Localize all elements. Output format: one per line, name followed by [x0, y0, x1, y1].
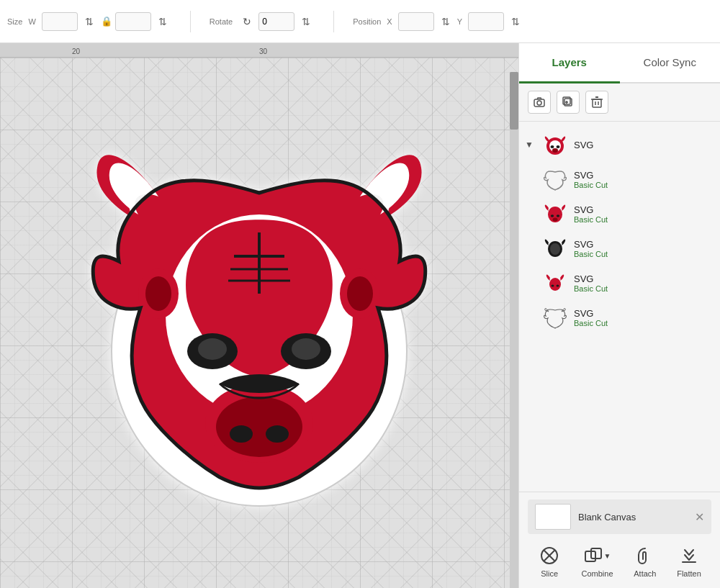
- layer-subname-2: Basic Cut: [574, 215, 711, 224]
- rotate-icon[interactable]: ↻: [238, 13, 256, 30]
- canvas-grid[interactable]: [0, 58, 518, 588]
- rotate-group: Rotate ↻ ⇅: [210, 12, 315, 31]
- x-input[interactable]: [398, 12, 434, 31]
- svg-point-19: [537, 101, 541, 105]
- layer-subname-3: Basic Cut: [574, 250, 711, 258]
- flatten-button[interactable]: Flatten: [672, 541, 706, 581]
- combine-icon: ▼: [586, 544, 609, 567]
- svg-point-39: [550, 243, 560, 255]
- layer-subname-1: Basic Cut: [574, 181, 711, 189]
- blank-canvas-close-button[interactable]: ✕: [695, 510, 704, 524]
- right-panel: Layers Color Sync: [518, 43, 720, 588]
- lock-icon: 🔒: [101, 16, 112, 27]
- layer-thumb-top: [542, 132, 568, 158]
- panel-tabs: Layers Color Sync: [519, 43, 720, 83]
- layer-thumb-5: [542, 304, 568, 330]
- blank-canvas-row[interactable]: Blank Canvas ✕: [528, 499, 711, 534]
- canvas-area[interactable]: 20 30: [0, 43, 518, 588]
- combine-arrow: ▼: [604, 552, 611, 560]
- combine-label: Combine: [581, 569, 613, 578]
- svg-point-36: [557, 214, 559, 217]
- scrollbar-thumb[interactable]: [510, 72, 518, 130]
- svg-point-31: [551, 145, 554, 148]
- layers-list: ▼ SVG: [519, 122, 720, 492]
- w-label: W: [28, 17, 35, 26]
- x-label: X: [387, 17, 392, 26]
- layer-item-top[interactable]: ▼ SVG: [519, 127, 720, 162]
- vertical-scrollbar[interactable]: [510, 72, 518, 588]
- rotate-input[interactable]: [258, 12, 294, 31]
- svg-point-5: [266, 425, 289, 443]
- slice-button[interactable]: Slice: [534, 541, 565, 581]
- layer-item-3[interactable]: SVG Basic Cut: [519, 231, 720, 266]
- svg-point-37: [553, 218, 558, 222]
- svg-point-42: [557, 285, 559, 287]
- layer-name-5: SVG: [574, 308, 711, 319]
- x-stepper[interactable]: ⇅: [437, 13, 454, 30]
- layer-thumb-4: [542, 270, 568, 296]
- layer-name-1: SVG: [574, 170, 711, 181]
- tab-color-sync[interactable]: Color Sync: [620, 43, 721, 83]
- slice-label: Slice: [541, 569, 558, 578]
- y-stepper[interactable]: ⇅: [507, 13, 524, 30]
- ruler-mark-30: 30: [259, 48, 267, 55]
- layer-item-5[interactable]: SVG Basic Cut: [519, 300, 720, 335]
- bottom-actions: Slice ▼ Combine: [528, 541, 711, 581]
- height-stepper2[interactable]: ⇅: [154, 13, 171, 30]
- width-input[interactable]: [42, 12, 78, 31]
- attach-button[interactable]: Attach: [629, 541, 661, 581]
- blank-canvas-label: Blank Canvas: [578, 512, 688, 523]
- height-input[interactable]: [115, 12, 151, 31]
- size-group: Size W ⇅ 🔒 ⇅: [7, 12, 171, 31]
- ruler-horizontal: 20 30: [0, 43, 518, 58]
- blank-canvas-thumb: [535, 504, 571, 530]
- size-label: Size: [7, 17, 22, 26]
- svg-point-11: [198, 338, 227, 360]
- ruler-mark-20: 20: [72, 48, 80, 55]
- attach-label: Attach: [634, 569, 656, 578]
- layer-item-2[interactable]: SVG Basic Cut: [519, 196, 720, 231]
- delete-layer-button[interactable]: [585, 91, 608, 114]
- flatten-label: Flatten: [677, 569, 701, 578]
- svg-point-35: [551, 214, 554, 217]
- layer-name-top: SVG: [574, 140, 711, 150]
- layer-subname-5: Basic Cut: [574, 319, 711, 327]
- bottom-panel: Blank Canvas ✕ Slice: [519, 492, 720, 588]
- svg-rect-24: [593, 99, 601, 107]
- combine-button[interactable]: ▼ Combine: [577, 541, 617, 581]
- bull-svg: [79, 128, 439, 517]
- position-group: Position X ⇅ Y ⇅: [353, 12, 524, 31]
- svg-point-13: [292, 338, 320, 360]
- svg-point-33: [552, 148, 558, 153]
- y-input[interactable]: [468, 12, 504, 31]
- svg-point-32: [557, 145, 560, 148]
- add-layer-button[interactable]: [528, 91, 551, 114]
- svg-point-3: [216, 397, 302, 457]
- layer-thumb-2: [542, 201, 568, 227]
- svg-point-17: [347, 276, 373, 311]
- layer-thumb-1: [542, 166, 568, 192]
- svg-point-15: [145, 276, 171, 311]
- y-label: Y: [457, 17, 462, 26]
- toolbar: Size W ⇅ 🔒 ⇅ Rotate ↻ ⇅ Position X ⇅ Y ⇅: [0, 0, 720, 43]
- layer-name-4: SVG: [574, 273, 711, 284]
- layer-item-4[interactable]: SVG Basic Cut: [519, 266, 720, 300]
- panel-toolbar: [519, 83, 720, 122]
- tab-layers[interactable]: Layers: [519, 43, 620, 83]
- separator2: [333, 11, 334, 32]
- duplicate-layer-button[interactable]: [557, 91, 580, 114]
- rotate-label: Rotate: [210, 17, 233, 26]
- height-stepper[interactable]: ⇅: [81, 13, 98, 30]
- layer-item-1[interactable]: SVG Basic Cut: [519, 162, 720, 196]
- main-area: 20 30: [0, 43, 720, 588]
- slice-icon: [538, 544, 561, 567]
- rotate-stepper[interactable]: ⇅: [297, 13, 315, 30]
- separator1: [190, 11, 191, 32]
- bull-svg-wrapper: [79, 128, 439, 520]
- layer-name-2: SVG: [574, 204, 711, 215]
- svg-point-40: [549, 278, 561, 291]
- svg-point-41: [552, 285, 554, 287]
- position-label: Position: [353, 17, 381, 26]
- bull-image-container[interactable]: [72, 115, 446, 533]
- layer-chevron-top: ▼: [525, 140, 536, 150]
